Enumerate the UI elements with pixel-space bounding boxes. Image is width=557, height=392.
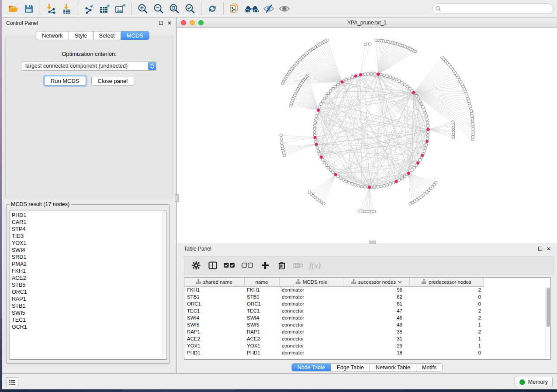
export-network-icon[interactable] <box>81 1 97 16</box>
float-panel-icon[interactable] <box>159 21 163 26</box>
table-row[interactable]: SWI4SWI4dominator462 <box>184 314 484 321</box>
mcds-node[interactable] <box>313 136 316 139</box>
zoom-in-icon[interactable] <box>135 1 151 16</box>
mcds-node[interactable] <box>315 143 318 146</box>
result-node[interactable]: PMA2 <box>10 261 166 268</box>
deselect-all-icon[interactable] <box>239 258 256 272</box>
result-node[interactable]: PHD1 <box>10 212 166 219</box>
open-file-icon[interactable] <box>5 1 21 16</box>
hide-selected-icon[interactable] <box>261 1 277 16</box>
column-header-name[interactable]: name <box>244 278 279 286</box>
close-panel-icon[interactable]: ✕ <box>167 21 172 26</box>
export-image-icon[interactable] <box>113 1 128 16</box>
column-header-shared-name[interactable]: shared name <box>184 278 244 286</box>
result-node[interactable]: STP4 <box>10 226 166 233</box>
network-view[interactable] <box>177 28 557 243</box>
result-node[interactable]: ACE2 <box>10 275 166 282</box>
table-row[interactable]: STB1STB1dominator620 <box>184 293 484 300</box>
tab-mcds[interactable]: MCDS <box>121 31 149 40</box>
result-node[interactable]: FKH1 <box>10 268 166 275</box>
mcds-result-list[interactable]: PHD1CAR1STP4TID3YOX1SWI4SRD1PMA2FKH1ACE2… <box>10 210 166 360</box>
column-layout-icon[interactable] <box>205 258 220 272</box>
tab-edge-table[interactable]: Edge Table <box>331 364 370 371</box>
run-mcds-button[interactable]: Run MCDS <box>44 76 86 86</box>
task-history-button[interactable] <box>6 377 18 387</box>
mcds-node[interactable] <box>426 140 429 143</box>
save-session-icon[interactable] <box>21 1 37 16</box>
show-all-icon[interactable] <box>277 1 292 16</box>
mcds-node[interactable] <box>368 186 371 189</box>
table-row[interactable]: TEC1TEC1connector472 <box>184 307 484 314</box>
result-node[interactable]: YOX1 <box>10 240 166 247</box>
mcds-node[interactable] <box>317 109 320 112</box>
table-row[interactable]: ACE2ACE2connector311 <box>184 335 484 342</box>
result-node[interactable]: SWI5 <box>10 309 166 316</box>
criterion-dropdown[interactable]: largest connected component (undirected) <box>21 61 157 71</box>
table-row[interactable]: RAP1RAP1dominator352 <box>184 328 484 335</box>
table-row[interactable]: FKH1FKH1dominator962 <box>184 286 484 293</box>
vertical-splitter-handle[interactable] <box>175 194 179 202</box>
mcds-node[interactable] <box>421 154 424 157</box>
add-icon[interactable] <box>258 258 273 272</box>
export-table-icon[interactable] <box>97 1 113 16</box>
memory-button[interactable]: Memory <box>515 377 553 387</box>
mcds-node[interactable] <box>394 180 398 183</box>
import-table-icon[interactable] <box>59 1 75 16</box>
mcds-node[interactable] <box>412 91 415 94</box>
zoom-selected-icon[interactable] <box>182 1 198 16</box>
result-node[interactable]: RAP1 <box>10 296 166 303</box>
tab-select[interactable]: Select <box>93 31 121 40</box>
table-row[interactable]: PHD1PHD1dominator180 <box>184 349 484 356</box>
mcds-node[interactable] <box>426 128 429 131</box>
refresh-icon[interactable] <box>204 1 220 16</box>
result-node[interactable]: SWI4 <box>10 247 166 254</box>
result-node[interactable]: TEC1 <box>10 316 166 323</box>
import-network-icon[interactable] <box>43 1 59 16</box>
node-table[interactable]: shared namenameMCDS rolesuccessor nodesp… <box>184 277 551 360</box>
mcds-node[interactable] <box>354 74 357 77</box>
table-row[interactable]: ORC1ORC1dominator610 <box>184 300 484 307</box>
close-panel-button[interactable]: Close panel <box>91 76 135 86</box>
table-row[interactable]: SWI5SWI5connector431 <box>184 321 484 328</box>
mcds-node[interactable] <box>407 172 410 175</box>
delete-icon[interactable] <box>274 258 289 272</box>
mcds-node[interactable] <box>359 73 362 76</box>
new-network-from-selection-icon[interactable] <box>227 1 242 16</box>
zoom-fit-icon[interactable] <box>166 1 182 16</box>
result-node[interactable]: ORC1 <box>10 289 166 296</box>
close-window-icon[interactable] <box>181 20 186 25</box>
column-header-successor-nodes[interactable]: successor nodes <box>344 278 409 286</box>
result-node[interactable]: STB1 <box>10 303 166 309</box>
result-node[interactable]: TID3 <box>10 233 166 240</box>
result-node[interactable]: CAR1 <box>10 219 166 226</box>
tab-style[interactable]: Style <box>69 31 93 40</box>
search-input[interactable] <box>432 3 554 14</box>
result-node[interactable]: GCR1 <box>10 323 166 330</box>
mcds-node[interactable] <box>340 80 343 83</box>
float-panel-icon[interactable] <box>538 246 542 251</box>
select-all-icon[interactable] <box>222 258 237 272</box>
mcds-node[interactable] <box>377 72 380 76</box>
mcds-node[interactable] <box>416 162 419 165</box>
result-scrollbar[interactable] <box>163 211 166 359</box>
tab-network[interactable]: Network <box>36 31 69 40</box>
result-node[interactable]: STB5 <box>10 282 166 289</box>
close-panel-icon[interactable]: ✕ <box>547 246 551 251</box>
mcds-node[interactable] <box>334 173 337 176</box>
table-scrollbar[interactable] <box>545 287 550 359</box>
horizontal-splitter-handle[interactable] <box>369 241 376 244</box>
table-row[interactable]: YOX1YOX1connector291 <box>184 342 484 349</box>
maximize-window-icon[interactable] <box>198 20 204 25</box>
network-window-titlebar[interactable]: YPA_prune.txt_1 <box>177 18 557 28</box>
minimize-window-icon[interactable] <box>190 20 195 25</box>
mcds-node[interactable] <box>320 155 323 158</box>
tab-network-table[interactable]: Network Table <box>370 364 416 371</box>
column-header-MCDS-role[interactable]: MCDS role <box>279 278 344 286</box>
result-node[interactable]: SRD1 <box>10 254 166 261</box>
gear-icon[interactable] <box>189 258 204 272</box>
zoom-out-icon[interactable] <box>151 1 166 16</box>
tab-motifs[interactable]: Motifs <box>416 364 442 371</box>
first-neighbors-icon[interactable] <box>242 1 261 16</box>
tab-node-table[interactable]: Node Table <box>292 364 331 371</box>
column-header-predecessor-nodes[interactable]: predecessor nodes <box>409 278 484 286</box>
